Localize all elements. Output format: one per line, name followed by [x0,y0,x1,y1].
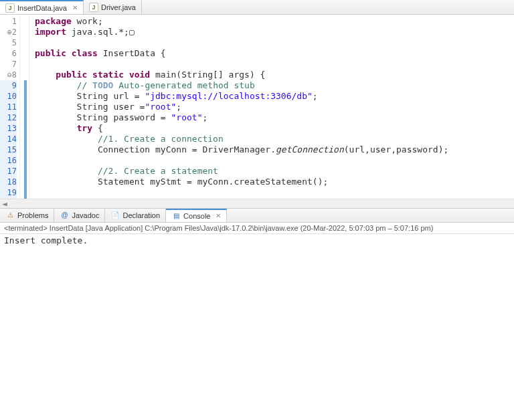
tab-label: InsertData.java [17,4,67,12]
line-number: 14 [0,134,17,144]
line-number: 13 [0,123,17,134]
line-number: 6 [0,48,17,59]
editor-tab[interactable]: JDriver.java [84,0,142,14]
code-line[interactable] [35,37,509,48]
declaration-icon: 📄 [110,211,120,220]
code-line[interactable]: // TODO Auto-generated method stub [35,80,509,91]
panel-tab-label: Problems [17,211,48,219]
code-line[interactable]: //1. Create a connection [35,134,509,144]
line-number: 17 [0,166,17,177]
code-line[interactable]: public class InsertData { [35,48,509,59]
line-number: 16 [0,155,17,166]
java-file-icon: J [89,3,98,12]
panel-tab-console[interactable]: ▤Console✕ [166,209,227,222]
java-file-icon: J [5,3,15,13]
line-number: ⊕2 [0,27,17,37]
javadoc-icon: @ [60,211,69,220]
line-number-gutter: 1⊕2567⊖891011121314151617181920212223242… [0,15,20,199]
panel-tab-declaration[interactable]: 📄Declaration [105,209,166,222]
console-output[interactable]: Insert complete. [0,234,514,421]
code-line[interactable]: package work; [35,16,509,27]
panel-tab-label: Declaration [122,211,160,219]
line-number: 7 [0,59,17,70]
line-number: ⊖8 [0,70,17,80]
panel-tab-label: Javadoc [72,211,99,219]
code-line[interactable]: Connection myConn = DriverManager.getCon… [35,144,509,155]
bottom-panel-tabs: ⚠Problems@Javadoc📄Declaration▤Console✕ [0,208,514,223]
console-status-line: <terminated> InsertData [Java Applicatio… [0,223,514,234]
console-icon: ▤ [171,211,181,221]
editor-tabs: JInsertData.java✕JDriver.java [0,0,514,15]
tab-label: Driver.java [101,3,136,11]
panel-tab-label: Console [183,212,210,220]
code-editor[interactable]: 1⊕2567⊖891011121314151617181920212223242… [0,15,514,199]
code-line[interactable]: String user ="root"; [35,102,509,112]
code-line[interactable]: public static void main(String[] args) { [35,70,509,80]
line-number: 11 [0,102,17,112]
panel-tab-javadoc[interactable]: @Javadoc [54,209,105,222]
problems-icon: ⚠ [5,211,15,220]
folding-ruler[interactable] [20,15,29,199]
panel-tab-problems[interactable]: ⚠Problems [0,209,54,222]
code-line[interactable]: String url = "jdbc:mysql://localhost:330… [35,91,509,102]
code-line[interactable]: import java.sql.*;▢ [35,27,509,37]
editor-tab[interactable]: JInsertData.java✕ [0,0,84,14]
line-number: 1 [0,16,17,27]
line-number: 10 [0,91,17,102]
line-number: 5 [0,37,17,48]
close-icon[interactable]: ✕ [216,212,221,219]
code-area[interactable]: package work;import java.sql.*;▢public c… [29,15,514,199]
horizontal-scrollbar[interactable]: ◄ [0,199,514,208]
line-number: 12 [0,112,17,123]
code-line[interactable]: try { [35,123,509,134]
line-number: 9 [0,80,17,91]
line-number: 19 [0,187,17,198]
code-line[interactable]: String password = "root"; [35,112,509,123]
code-line[interactable] [35,155,509,166]
code-line[interactable] [35,59,509,70]
line-number: 18 [0,177,17,187]
scroll-left-icon[interactable]: ◄ [0,199,9,208]
code-line[interactable]: Statement myStmt = myConn.createStatemen… [35,177,509,187]
code-line[interactable]: //2. Create a statement [35,166,509,177]
code-line[interactable] [35,187,509,198]
close-icon[interactable]: ✕ [72,4,78,11]
line-number: 15 [0,144,17,155]
